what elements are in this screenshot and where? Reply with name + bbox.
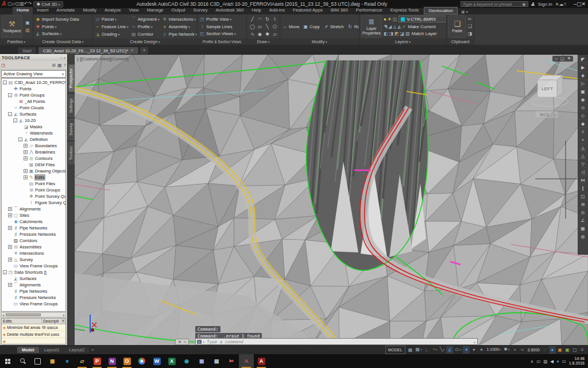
isometric-drafting-icon[interactable]: ╲ <box>439 346 446 354</box>
tree-item[interactable]: ◈ Catchments <box>2 218 65 225</box>
zoom-extents-icon[interactable]: ◉ <box>579 96 587 103</box>
ground-panel-label[interactable]: Create Ground Data <box>33 39 92 45</box>
tree-item[interactable]: ✚ Points <box>2 86 65 92</box>
tree-item[interactable]: ♯ Pipe Networks <box>2 288 65 294</box>
tab-geolocation[interactable]: Geolocation <box>424 7 458 14</box>
donut-button[interactable]: ◉ <box>256 30 264 38</box>
command-line-grip[interactable]: ✕ ⌁ <box>175 339 189 345</box>
tree-item[interactable]: + ⋀ Breaklines <box>2 149 65 155</box>
app-tiles[interactable]: ▦ <box>45 354 60 368</box>
tab-output[interactable]: Output <box>168 7 189 14</box>
orbit-icon[interactable]: ◈ <box>579 72 587 79</box>
save-button[interactable]: ◫ <box>16 1 20 6</box>
section-views-button[interactable]: ◰Section Views <box>199 30 236 37</box>
tree-item[interactable]: - ▤ C3D_Arazi 10-20_FERROVIAa... <box>2 79 65 86</box>
zoom-window-icon[interactable]: ▣ <box>579 88 587 95</box>
excel[interactable]: X <box>164 354 179 368</box>
profile-view-button[interactable]: ◳Profile View <box>199 16 236 23</box>
annotation-people-icon[interactable]: ✦ <box>478 346 485 354</box>
tab-featured-apps[interactable]: Featured Apps <box>289 7 327 14</box>
corridor-button[interactable]: ▤Corridor <box>131 30 160 38</box>
onenote[interactable]: N <box>105 354 119 368</box>
edge[interactable]: e <box>60 354 75 368</box>
layer-unisolate-button[interactable]: ◢ <box>388 24 392 29</box>
clipboard-panel-label[interactable]: Clipboard <box>447 39 474 45</box>
tree-item[interactable]: + ⌒ Alignments <box>2 282 65 288</box>
polar-tracking-icon[interactable]: ◔ <box>431 346 438 354</box>
model-space[interactable]: MODEL <box>385 346 405 354</box>
polygon-button[interactable]: ⬠ <box>271 23 278 30</box>
osnap-endpoint-icon[interactable]: ◇ <box>579 112 587 120</box>
modify-panel-label[interactable]: Modify <box>280 39 359 45</box>
network-icon[interactable]: ▥ <box>543 359 547 364</box>
region-button[interactable]: ▱ <box>271 30 278 38</box>
layer-freeze-icon[interactable]: ☀ <box>388 17 392 22</box>
tree-item[interactable]: ♯ Pressure Networks <box>2 231 65 237</box>
annotation-visibility-icon[interactable]: ✦ <box>463 346 470 354</box>
autoscale-icon[interactable]: ✦ <box>470 346 477 354</box>
parcel-button[interactable]: ▱Parcel <box>95 16 129 23</box>
tree-item[interactable]: - ⊞ Point Groups <box>2 92 65 98</box>
toolspace-header[interactable]: TOOLSPACE ▫▪ <box>0 54 67 61</box>
import-survey-data-button[interactable]: ◆Import Survey Data <box>35 16 79 23</box>
osnap-midpoint-icon[interactable]: ◆ <box>579 120 587 128</box>
start-button[interactable] <box>0 354 15 368</box>
osnap-parallel-icon[interactable]: ∥ <box>579 185 587 192</box>
layer-properties-button[interactable]: ≣ Layer Properties <box>361 16 382 37</box>
osnap-extension-icon[interactable]: △ <box>579 152 587 160</box>
tree-item[interactable]: ▭ View Frame Groups <box>2 263 65 269</box>
tree-item[interactable]: - ◭ 10-20 <box>2 117 65 124</box>
autocad-logo-icon[interactable]: A <box>2 1 6 7</box>
spline-button[interactable]: ∿ <box>249 30 256 38</box>
tab-annotate[interactable]: Annotate <box>52 7 79 14</box>
tree-item[interactable]: + ♯ Pipe Networks <box>2 225 65 231</box>
feature-line-button[interactable]: ⌐Feature Line <box>95 23 129 30</box>
default-elevation[interactable]: 3.5000 <box>527 346 541 354</box>
layer-combo[interactable]: V-CTRL-BMRX <box>399 16 446 22</box>
tree-item[interactable]: + ⊟ Assemblies <box>2 244 65 250</box>
expand-history-icon[interactable]: ▴ <box>473 340 475 344</box>
tab-analyze[interactable]: Analyze <box>100 7 125 14</box>
pin-icon[interactable]: ▫ <box>60 56 62 60</box>
customize-command-icon[interactable]: ⌁ <box>184 340 186 344</box>
tree-item[interactable]: + ◎ Contours <box>2 155 65 162</box>
tab-survey[interactable]: Survey <box>189 7 212 14</box>
autocad[interactable]: A <box>239 354 254 368</box>
command-input[interactable]: ≻ ▾ Type a command ▴ <box>195 338 478 345</box>
doc-minimize-button[interactable]: – <box>555 56 557 61</box>
layer-walk-button[interactable]: ◪ <box>400 31 405 36</box>
ortho-mode-icon[interactable]: ∟ <box>424 346 431 354</box>
pan-icon[interactable]: ▷ <box>579 80 587 87</box>
notepad[interactable]: ▤ <box>209 354 224 368</box>
copy-clip-button[interactable]: ❏ <box>467 24 472 29</box>
edits-list-row[interactable]: ◈ <box>2 338 65 344</box>
osnap-toggle-icon[interactable]: ◎ <box>579 209 587 216</box>
layer-isolate-button[interactable]: ◥ <box>384 24 387 29</box>
osnap-perpendicular-icon[interactable]: ◁ <box>579 168 587 176</box>
tree-item[interactable]: ⊞ Point Groups <box>2 187 65 193</box>
arc-button[interactable]: ◠ <box>256 16 264 23</box>
acrobat[interactable]: A <box>254 354 269 368</box>
side-tab-survey[interactable]: Survey <box>68 119 75 140</box>
tree-item[interactable]: ◔ Watersheds <box>2 130 65 136</box>
grid-icon[interactable]: ▦ <box>579 225 587 232</box>
tab-autodesk-360[interactable]: Autodesk 360 <box>211 7 247 14</box>
draw-panel-label[interactable]: Draw <box>247 39 280 45</box>
tree-item[interactable]: ✛ Intersections <box>2 250 65 256</box>
hatch-button[interactable]: ✱ <box>264 30 271 38</box>
help-search-input[interactable]: Type a keyword or phrase◉ <box>461 1 528 7</box>
stretch-button[interactable]: ⇗Stretch <box>323 23 344 30</box>
tree-item[interactable]: - ◭ Definition <box>2 136 65 143</box>
layers-panel-label[interactable]: Layers <box>359 39 446 45</box>
tree-item[interactable]: ▨ Corridors <box>2 237 65 244</box>
view-cube[interactable]: LEFT WCS ▾ <box>531 70 572 122</box>
task-view-button[interactable] <box>30 354 45 368</box>
tree-item[interactable]: ✚ Point Survey Qu... <box>2 193 65 200</box>
undo-button[interactable]: ↶ <box>24 1 28 6</box>
tree-horizontal-scrollbar[interactable]: ◂▸ <box>1 312 66 317</box>
save-drawing-icon[interactable]: ◳ <box>1 63 6 68</box>
tree-item[interactable]: + ▱ Boundaries <box>2 143 65 149</box>
tree-item[interactable]: ◪ Masks <box>2 124 65 130</box>
fullscreen-icon[interactable]: ▢ <box>571 346 578 354</box>
file-explorer[interactable]: ▱ <box>75 354 90 368</box>
